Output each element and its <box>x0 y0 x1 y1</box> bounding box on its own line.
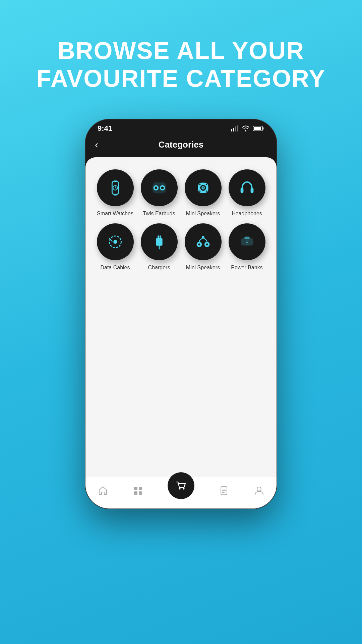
cart-icon <box>175 479 187 492</box>
category-chargers[interactable]: Chargers <box>139 223 179 271</box>
charger-icon <box>149 232 169 252</box>
svg-rect-25 <box>250 188 253 193</box>
svg-point-13 <box>155 186 157 189</box>
twis-earbuds-icon-circle <box>141 169 178 206</box>
phone-notch <box>151 119 211 130</box>
headline-line2: FAVOURITE CATEGORY <box>37 65 326 93</box>
smartwatch-icon <box>106 178 125 198</box>
data-cables-icon-circle <box>97 223 134 260</box>
chargers-label: Chargers <box>148 264 170 271</box>
wifi-icon <box>242 125 250 131</box>
svg-point-21 <box>205 184 207 185</box>
category-twis-earbuds[interactable]: Twis Earbuds <box>139 169 179 217</box>
svg-point-20 <box>199 184 200 185</box>
svg-rect-29 <box>156 238 162 246</box>
twis-earbuds-label: Twis Earbuds <box>143 210 175 217</box>
home-icon <box>98 485 108 496</box>
smart-watches-icon-circle <box>97 169 134 206</box>
earphones-icon <box>193 232 213 252</box>
powerbank-icon <box>237 232 257 252</box>
category-mini-speakers-2[interactable]: Mini Speakers <box>183 223 223 271</box>
svg-rect-0 <box>231 129 232 131</box>
status-icons <box>231 125 264 131</box>
headphones-icon <box>237 178 257 198</box>
svg-rect-31 <box>159 235 161 238</box>
svg-point-22 <box>199 190 200 192</box>
svg-point-50 <box>257 487 261 491</box>
svg-point-23 <box>205 190 207 192</box>
profile-icon <box>254 485 264 496</box>
svg-rect-5 <box>254 127 261 130</box>
svg-rect-30 <box>158 235 159 238</box>
categories-screen: Smart Watches <box>85 157 277 508</box>
mini-speakers-2-icon-circle <box>185 223 222 260</box>
svg-rect-2 <box>235 126 236 131</box>
speaker-icon <box>193 178 213 198</box>
svg-rect-9 <box>114 194 117 196</box>
grid-icon <box>133 485 143 496</box>
category-power-banks[interactable]: Power Banks <box>227 223 267 271</box>
power-banks-label: Power Banks <box>231 264 262 271</box>
categories-grid: Smart Watches <box>95 169 267 271</box>
power-banks-icon-circle <box>229 223 265 260</box>
orders-icon <box>219 485 229 496</box>
category-mini-speakers-1[interactable]: Mini Speakers <box>183 169 223 217</box>
page-headline: BROWSE ALL YOUR FAVOURITE CATEGORY <box>16 37 346 93</box>
mini-speakers-1-icon-circle <box>185 169 222 206</box>
page-title: Categories <box>159 140 203 150</box>
headphones-label: Headphones <box>232 210 262 217</box>
nav-categories[interactable] <box>133 485 143 496</box>
mini-speakers-2-label: Mini Speakers <box>186 264 220 271</box>
svg-point-34 <box>198 244 200 246</box>
svg-rect-43 <box>139 491 142 495</box>
bottom-navigation <box>85 477 277 508</box>
svg-rect-6 <box>263 127 264 129</box>
svg-rect-40 <box>134 487 137 490</box>
svg-point-36 <box>206 244 208 246</box>
category-data-cables[interactable]: Data Cables <box>95 223 135 271</box>
phone-mockup: 9:41 <box>85 119 277 508</box>
cable-icon <box>106 232 125 252</box>
signal-icon <box>231 125 238 131</box>
data-cables-label: Data Cables <box>100 264 130 271</box>
nav-orders[interactable] <box>219 485 229 496</box>
svg-point-45 <box>183 488 184 489</box>
svg-point-15 <box>161 186 164 189</box>
svg-point-19 <box>202 187 204 189</box>
headline-line1: BROWSE ALL YOUR <box>37 37 326 65</box>
mini-speakers-1-label: Mini Speakers <box>186 210 220 217</box>
headphones-icon-circle <box>229 169 265 206</box>
nav-cart-button[interactable] <box>168 472 194 499</box>
app-header: ‹ Categories <box>85 135 277 157</box>
earbuds-icon <box>149 178 169 198</box>
svg-rect-42 <box>134 491 137 495</box>
svg-rect-3 <box>237 125 238 131</box>
svg-rect-39 <box>244 236 249 239</box>
chargers-icon-circle <box>141 223 178 260</box>
status-time: 9:41 <box>98 124 112 133</box>
nav-profile[interactable] <box>254 485 264 496</box>
svg-rect-1 <box>233 128 234 131</box>
back-button[interactable]: ‹ <box>95 139 98 150</box>
category-smart-watches[interactable]: Smart Watches <box>95 169 135 217</box>
smart-watches-label: Smart Watches <box>97 210 133 217</box>
svg-rect-41 <box>139 487 142 490</box>
svg-rect-24 <box>240 188 243 193</box>
category-headphones[interactable]: Headphones <box>227 169 267 217</box>
svg-rect-8 <box>114 179 117 182</box>
battery-icon <box>253 125 264 131</box>
svg-point-44 <box>179 488 180 489</box>
svg-point-37 <box>202 236 204 238</box>
nav-home[interactable] <box>98 485 108 496</box>
svg-point-27 <box>113 240 117 244</box>
